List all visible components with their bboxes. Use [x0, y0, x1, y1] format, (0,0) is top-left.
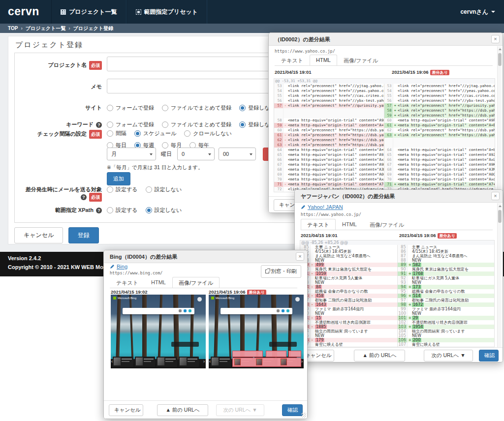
weekday-select[interactable]: 月: [107, 148, 156, 160]
site-link[interactable]: Bing: [110, 264, 127, 270]
radio-option[interactable]: 設定する: [107, 207, 138, 214]
date-after: 2021/04/15 19:06差分あり: [399, 233, 457, 239]
diff-dates: 2021/04/15 19:01 2021/04/15 19:06差分あり: [301, 233, 497, 240]
modal-header[interactable]: （ID0002）の差分結果 ×: [269, 33, 503, 46]
radio-option[interactable]: フォームで登録: [107, 104, 154, 112]
radio-option[interactable]: ファイルでまとめて登録: [162, 121, 231, 128]
main-nav: プロジェクト一覧範囲指定プリセット: [51, 0, 207, 24]
user-menu[interactable]: cervnさん: [451, 0, 504, 24]
nav-item-projects[interactable]: プロジェクト一覧: [51, 0, 126, 24]
modal-header[interactable]: ヤフージャパン（ID0002）の差分結果 ×: [295, 190, 503, 203]
scroll-up-icon[interactable]: [499, 205, 502, 207]
radio-circle-icon: [162, 105, 168, 111]
interval-mode-radio-group: 間隔スケジュールクロールしない: [107, 130, 232, 137]
tab-1[interactable]: HTML: [310, 55, 337, 65]
breadcrumb-item[interactable]: TOP: [8, 26, 18, 31]
scroll-up-icon[interactable]: [499, 48, 502, 50]
close-icon[interactable]: ×: [491, 192, 500, 200]
close-icon[interactable]: ×: [296, 252, 304, 261]
scrollbar-thumb[interactable]: [498, 210, 502, 223]
radio-circle-icon: [239, 105, 246, 111]
form-buttons: キャンセル 登録: [14, 227, 102, 243]
bing-search-bar: [220, 308, 292, 314]
diff-tabs: テキストHTML画像/ファイル: [301, 219, 493, 230]
preset-icon: [136, 9, 141, 15]
add-button[interactable]: 追加: [107, 172, 130, 185]
info-widget: [269, 342, 297, 347]
diff-row: 97都知事 二階氏の発言は叱咤激励97都知事 二階氏の発言は叱咤激励: [300, 298, 494, 302]
tab-0[interactable]: テキスト: [275, 55, 310, 65]
radio-option[interactable]: 間隔: [107, 130, 126, 137]
help-icon[interactable]: ?: [96, 208, 102, 213]
breadcrumb-item[interactable]: プロジェクト一覧: [26, 25, 65, 32]
tab-0[interactable]: テキスト: [110, 277, 145, 288]
prev-url-button[interactable]: ▲ 前の URLへ: [354, 350, 405, 361]
next-url-button[interactable]: 次の URLへ ▼: [424, 350, 473, 361]
text-diff-table: @@ -85,26 +85,26 @@85主要 ニュース85主要 ニュース864…: [300, 240, 495, 347]
radio-option[interactable]: フォームで登録: [107, 121, 154, 128]
required-badge: 必須: [89, 130, 102, 139]
radio-option[interactable]: ファイルでまとめて登録: [162, 104, 231, 112]
version-text: Version 2.4.2: [8, 255, 41, 261]
diff-row: 64<meta http-equiv="origin-trial" conten…: [274, 148, 495, 152]
help-icon[interactable]: ?: [81, 194, 87, 200]
resize-handle[interactable]: [301, 413, 306, 418]
diff-badge: 差分あり: [438, 233, 456, 239]
tab-1[interactable]: HTML: [145, 277, 172, 288]
tab-2[interactable]: 画像/ファイル: [337, 55, 384, 65]
close-icon[interactable]: ×: [491, 35, 500, 43]
diff-row: 61-<link rel="preconnect" href="https://…: [274, 133, 495, 138]
tab-2[interactable]: 画像/ファイル: [172, 277, 220, 288]
site-radio-group: フォームで登録ファイルでまとめて登録登録しない: [107, 104, 276, 112]
breadcrumb: TOP›プロジェクト一覧›プロジェクト登録: [0, 24, 504, 33]
interval-label: チェック間隔の設定必須: [15, 130, 102, 139]
weekday-suffix-label: 曜日: [161, 150, 172, 158]
scrollbar-thumb[interactable]: [498, 53, 502, 66]
confirm-button[interactable]: 確認: [479, 350, 499, 361]
prev-url-button[interactable]: ▲ 前の URLへ: [157, 404, 208, 416]
pencil-icon: [301, 205, 306, 210]
minute-select[interactable]: 00: [219, 148, 256, 160]
brand-logo[interactable]: cervn: [0, 5, 51, 19]
confirm-button[interactable]: 確認: [282, 404, 303, 416]
register-button[interactable]: 登録: [68, 227, 99, 243]
hour-select[interactable]: 0: [177, 148, 215, 160]
radio-option[interactable]: クロールしない: [184, 130, 232, 137]
radio-option[interactable]: 設定する: [107, 186, 138, 193]
diff-row: 71-<meta http-equiv="origin-trial" conte…: [274, 182, 495, 187]
diff-row: 96-45896+514: [300, 294, 494, 298]
diff-row: 88NEW88NEW: [300, 258, 494, 263]
diff-row: 89-49989+582: [300, 263, 494, 267]
bing-logo-icon: [211, 297, 214, 300]
tab-2[interactable]: 画像/ファイル: [363, 219, 410, 230]
target-url: https://www.yahoo.co.jp/: [301, 212, 361, 217]
diff-row: 93NEW93NEW: [300, 280, 494, 285]
modal-title: （ID0002）の差分結果: [275, 36, 330, 43]
site-link[interactable]: Yahoo! JAPAN: [301, 204, 343, 210]
profile-icon: [197, 297, 202, 301]
mail-label: 差分発生時にメールを送る対象 ?必須: [15, 186, 102, 202]
scrollbar[interactable]: [497, 203, 502, 347]
open-window-print-button[interactable]: 別窓・印刷: [261, 265, 302, 278]
diff-tabs: テキストHTML画像/ファイル: [275, 55, 493, 66]
user-name: cervnさん: [460, 8, 488, 16]
scrollbar[interactable]: [497, 46, 502, 212]
diff-tabs: テキストHTML画像/ファイル: [110, 277, 297, 288]
nav-item-presets[interactable]: 範囲指定プリセット: [126, 0, 207, 24]
cancel-button[interactable]: キャンセル: [109, 404, 143, 416]
modal-header[interactable]: Bing（ID0004）の差分結果 ×: [104, 250, 307, 263]
help-icon[interactable]: ?: [96, 122, 102, 128]
radio-option[interactable]: スケジュール: [134, 130, 176, 137]
tab-1[interactable]: HTML: [336, 219, 363, 230]
diff-row: 57-<link rel="preconnect" href="//qurios…: [274, 103, 495, 108]
memo-label: メモ: [15, 83, 102, 90]
radio-option[interactable]: 設定しない: [146, 186, 182, 193]
radio-option[interactable]: 設定しない: [146, 207, 182, 214]
tab-0[interactable]: テキスト: [301, 219, 336, 230]
info-widget: [171, 342, 199, 347]
highlighted-thumb: [256, 359, 262, 365]
diff-row: 66<meta http-equiv="origin-trial" conten…: [274, 157, 495, 162]
screenshot-before: Microsoft Bing ‹ ›: [111, 295, 206, 368]
cancel-button[interactable]: キャンセル: [14, 227, 63, 243]
diff-row: 864/15(木) 18:45更新864/15(木) 18:45更新: [300, 249, 494, 254]
